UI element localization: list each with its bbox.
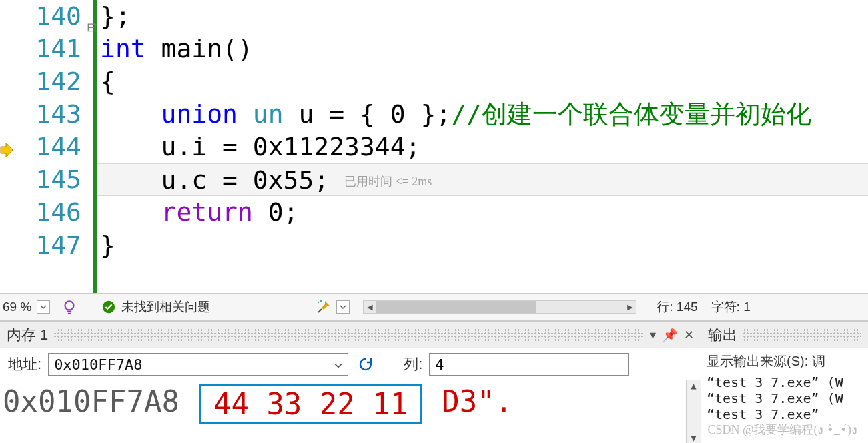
pin-icon[interactable]: 📌: [663, 328, 677, 342]
close-icon[interactable]: ✕: [684, 328, 694, 342]
line-number: 142: [13, 65, 93, 98]
output-line: “test_3_7.exe”: [707, 406, 863, 422]
code-line: };: [97, 0, 868, 33]
output-source-label: 显示输出来源(S):: [707, 354, 808, 368]
memory-row-ascii: D3".: [442, 384, 512, 418]
memory-toolbar: 地址: 0x010FF7A8 列: 4: [0, 348, 701, 380]
output-panel-title[interactable]: 输出: [701, 322, 868, 348]
ide-root: 140 141 142 143 144 145 146 147 ⊟ }; int…: [0, 0, 868, 443]
memory-panel: 内存 1 ▾ 📌 ✕ 地址: 0x010FF7A8 列:: [0, 322, 701, 443]
zoom-level: 69 %: [0, 300, 37, 314]
memory-vertical-scrollbar[interactable]: ▲ ▼: [686, 380, 701, 443]
breakpoint-margin[interactable]: [0, 0, 13, 293]
scroll-left-icon[interactable]: ◄: [364, 302, 376, 312]
line-number: 141: [13, 33, 93, 65]
perf-hint: 已用时间 <= 2ms: [344, 175, 432, 188]
horizontal-scrollbar[interactable]: ◄ ►: [363, 300, 636, 314]
fold-toggle-icon[interactable]: ⊟: [87, 20, 97, 35]
panel-menu-icon[interactable]: ▾: [650, 328, 656, 342]
svg-marker-0: [1, 143, 13, 157]
line-number-gutter: 140 141 142 143 144 145 146 147: [13, 0, 93, 293]
memory-row-bytes: 44 33 22 11: [199, 384, 422, 424]
cleanup-icon[interactable]: [315, 298, 332, 316]
address-label: 地址:: [8, 354, 41, 374]
address-dropdown-icon[interactable]: [334, 356, 342, 373]
memory-panel-title[interactable]: 内存 1 ▾ 📌 ✕: [0, 322, 701, 348]
svg-point-1: [65, 301, 74, 310]
columns-value: 4: [435, 356, 444, 373]
output-title-text: 输出: [708, 325, 737, 345]
code-line: return 0;: [97, 196, 868, 229]
cleanup-dropdown[interactable]: [336, 300, 350, 314]
columns-label: 列:: [404, 354, 422, 374]
code-line-current: u.c = 0x55; 已用时间 <= 2ms: [97, 163, 868, 196]
scroll-down-icon[interactable]: ▼: [691, 432, 696, 443]
scroll-right-icon[interactable]: ►: [624, 302, 636, 312]
line-number: 144: [13, 131, 93, 163]
code-line: union un u = { 0 };//创建一个联合体变量并初始化: [97, 98, 868, 131]
output-panel: 输出 显示输出来源(S): 调 “test_3_7.exe” (W “test_…: [701, 322, 868, 443]
output-source-value[interactable]: 调: [812, 354, 825, 368]
code-body[interactable]: ⊟ }; int main() { union un u = { 0 };//创…: [93, 0, 868, 293]
line-number: 140: [13, 0, 93, 33]
line-number: 147: [13, 229, 93, 262]
line-number: 146: [13, 196, 93, 229]
current-line-arrow-icon: [0, 141, 13, 161]
code-line: u.i = 0x11223344;: [97, 131, 868, 163]
output-body: 显示输出来源(S): 调 “test_3_7.exe” (W “test_3_7…: [701, 348, 868, 426]
line-number: 143: [13, 98, 93, 131]
memory-title-text: 内存 1: [7, 325, 48, 345]
output-lines[interactable]: “test_3_7.exe” (W “test_3_7.exe” (W “tes…: [707, 374, 863, 422]
panel-drag-grip[interactable]: [743, 329, 861, 341]
check-icon: [100, 298, 117, 316]
scroll-thumb[interactable]: [376, 301, 536, 313]
scroll-up-icon[interactable]: ▲: [691, 380, 696, 391]
line-number: 145: [13, 163, 93, 196]
svg-point-3: [318, 302, 319, 303]
refresh-button[interactable]: [355, 354, 376, 375]
caret-line: 行: 145: [657, 298, 697, 316]
output-line: “test_3_7.exe” (W: [707, 374, 863, 390]
code-editor[interactable]: 140 141 142 143 144 145 146 147 ⊟ }; int…: [0, 0, 868, 293]
output-line: “test_3_7.exe” (W: [707, 390, 863, 406]
columns-input[interactable]: 4: [429, 353, 629, 376]
memory-view[interactable]: 0x010FF7A8 44 33 22 11 D3". ▲ ▼: [0, 380, 701, 443]
memory-row-address: 0x010FF7A8: [3, 384, 179, 418]
code-line: int main(): [97, 33, 868, 65]
editor-status-strip: 69 % 未找到相关问题 ◄ ► 行: 145 字符: 1: [0, 293, 868, 321]
bottom-panels: 内存 1 ▾ 📌 ✕ 地址: 0x010FF7A8 列:: [0, 321, 868, 443]
lightbulb-icon[interactable]: [61, 298, 78, 316]
issues-text: 未找到相关问题: [121, 298, 210, 316]
panel-drag-grip[interactable]: [53, 329, 644, 341]
address-input[interactable]: 0x010FF7A8: [48, 353, 348, 376]
zoom-dropdown[interactable]: [37, 300, 50, 314]
caret-char: 字符: 1: [711, 298, 751, 316]
svg-point-4: [320, 300, 322, 302]
code-line: }: [97, 229, 868, 262]
code-line: {: [97, 65, 868, 98]
address-value: 0x010FF7A8: [54, 356, 142, 373]
